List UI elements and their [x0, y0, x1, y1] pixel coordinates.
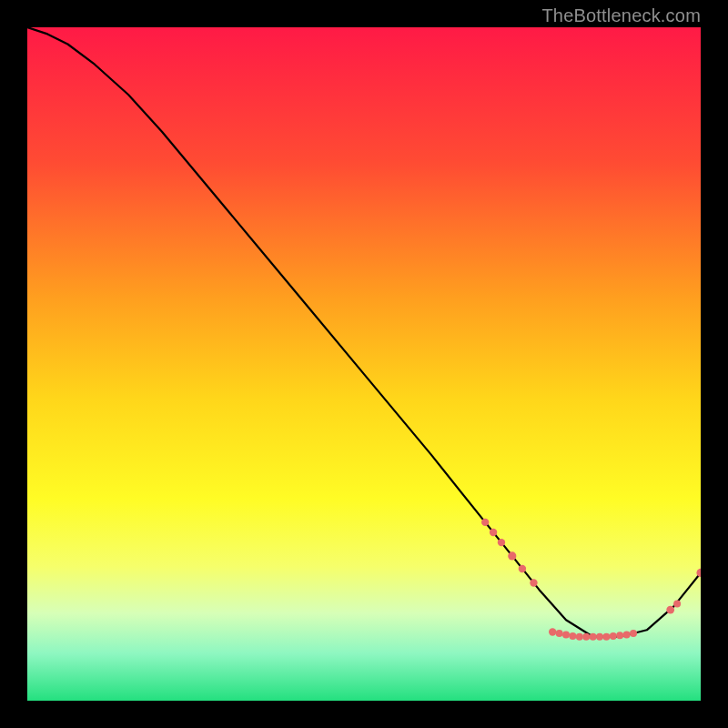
- highlight-dot: [556, 630, 563, 637]
- highlight-dot: [582, 633, 590, 641]
- highlight-dot: [610, 632, 617, 640]
- highlight-dot: [562, 631, 570, 638]
- highlight-dot: [498, 539, 505, 546]
- watermark-text: TheBottleneck.com: [541, 5, 701, 26]
- gradient-background: [27, 27, 701, 701]
- highlight-dot: [673, 600, 681, 607]
- highlight-dot: [490, 529, 497, 536]
- highlight-dot: [616, 632, 623, 639]
- highlight-dot: [481, 519, 489, 526]
- highlight-dot: [590, 633, 597, 641]
- highlight-dot: [519, 565, 526, 572]
- chart-frame: TheBottleneck.com: [0, 0, 728, 728]
- highlight-dot: [530, 579, 537, 586]
- highlight-dot: [630, 630, 637, 637]
- highlight-dot: [623, 631, 631, 638]
- highlight-dot: [576, 633, 583, 641]
- highlight-dot: [569, 632, 576, 640]
- highlight-dot: [602, 633, 610, 641]
- highlight-dot: [508, 551, 516, 560]
- chart-plot: [27, 27, 701, 701]
- highlight-dot: [549, 628, 556, 635]
- highlight-dot: [596, 633, 603, 641]
- highlight-dot: [666, 606, 674, 614]
